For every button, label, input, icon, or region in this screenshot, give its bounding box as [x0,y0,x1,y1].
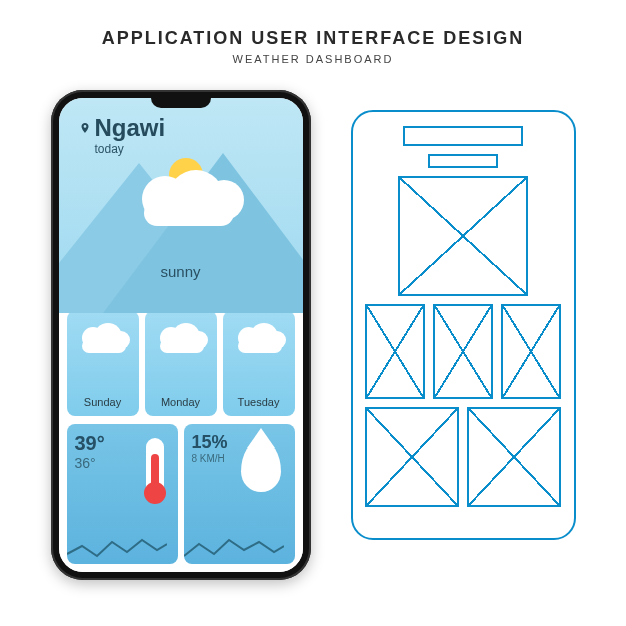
sparkline-icon [184,534,284,564]
stats-row: 39° 36° 15% 8 KM/H [67,424,295,564]
wireframe-subtitle-box [428,154,498,168]
wireframe-panel [351,110,576,540]
cloud-icon [134,170,234,216]
location-pin-icon [79,122,91,134]
cloud-icon [78,321,128,351]
humidity-card[interactable]: 15% 8 KM/H [184,424,295,564]
page-subtitle: WEATHER DASHBOARD [0,53,626,65]
wireframe-stat-box [467,407,561,507]
details-panel: Sunday Monday Tuesday [59,301,303,572]
location-name: Ngawi [95,114,166,142]
forecast-card-tuesday[interactable]: Tuesday [223,311,295,416]
forecast-day-label: Sunday [84,396,121,408]
forecast-card-sunday[interactable]: Sunday [67,311,139,416]
forecast-day-label: Tuesday [238,396,280,408]
app-screen: Ngawi today sunny Sunday [59,98,303,572]
wireframe-day-box [433,304,493,399]
day-label: today [95,142,124,156]
phone-mockup: Ngawi today sunny Sunday [51,90,311,580]
temperature-card[interactable]: 39° 36° [67,424,178,564]
partly-sunny-icon [156,321,206,351]
page-title: APPLICATION USER INTERFACE DESIGN [0,0,626,49]
wireframe-day-box [365,304,425,399]
forecast-day-label: Monday [161,396,200,408]
wireframe-title-box [403,126,523,146]
sparkline-icon [67,534,167,564]
condition-label: sunny [59,263,303,280]
wireframe-stat-box [365,407,459,507]
cloud-icon [234,321,284,351]
hero-panel: Ngawi today sunny [59,98,303,313]
forecast-card-monday[interactable]: Monday [145,311,217,416]
forecast-row: Sunday Monday Tuesday [67,311,295,416]
location-header[interactable]: Ngawi [79,114,166,142]
wireframe-hero-box [398,176,528,296]
thermometer-icon [146,438,164,498]
wireframe-day-box [501,304,561,399]
